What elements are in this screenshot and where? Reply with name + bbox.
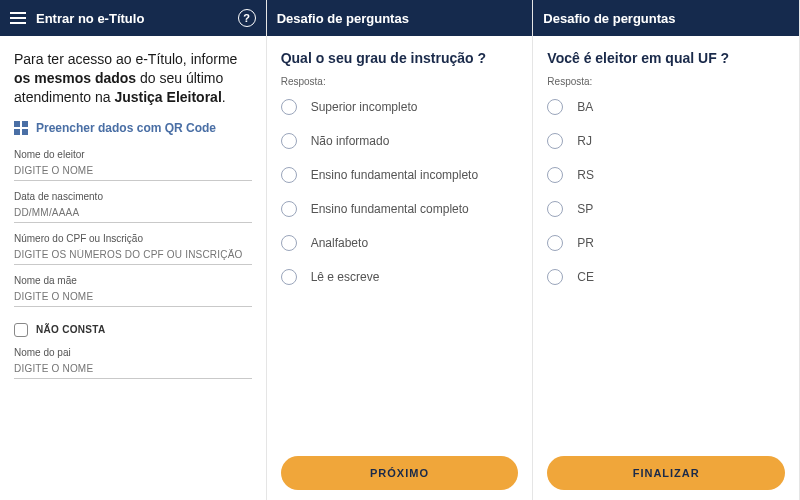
- radio-icon[interactable]: [547, 167, 563, 183]
- radio-icon[interactable]: [547, 269, 563, 285]
- option-item[interactable]: PR: [547, 235, 785, 251]
- radio-icon[interactable]: [547, 235, 563, 251]
- option-item[interactable]: Ensino fundamental completo: [281, 201, 519, 217]
- pane-question-uf: Desafio de perguntas Você é eleitor em q…: [533, 0, 800, 500]
- help-icon[interactable]: ?: [238, 9, 256, 27]
- checkbox-nao-consta-row[interactable]: NÃO CONSTA: [14, 323, 252, 337]
- radio-icon[interactable]: [547, 99, 563, 115]
- topbar-q2-title: Desafio de perguntas: [543, 11, 789, 26]
- qr-code-link[interactable]: Preencher dados com QR Code: [14, 121, 252, 135]
- checkbox-nao-consta-label: NÃO CONSTA: [36, 324, 105, 335]
- option-item[interactable]: BA: [547, 99, 785, 115]
- field-cpf: Número do CPF ou Inscrição: [14, 233, 252, 265]
- q2-question: Você é eleitor em qual UF ?: [547, 50, 785, 66]
- option-label: RS: [577, 168, 594, 182]
- topbar-login: Entrar no e-Título ?: [0, 0, 266, 36]
- q1-content: Qual o seu grau de instrução ? Resposta:…: [267, 36, 533, 500]
- radio-icon[interactable]: [281, 167, 297, 183]
- topbar-q2: Desafio de perguntas: [533, 0, 799, 36]
- input-mae[interactable]: [14, 288, 252, 307]
- input-pai[interactable]: [14, 360, 252, 379]
- option-item[interactable]: SP: [547, 201, 785, 217]
- radio-icon[interactable]: [281, 201, 297, 217]
- option-item[interactable]: Não informado: [281, 133, 519, 149]
- option-label: BA: [577, 100, 593, 114]
- radio-icon[interactable]: [281, 133, 297, 149]
- option-label: Analfabeto: [311, 236, 368, 250]
- q1-options: Superior incompletoNão informadoEnsino f…: [281, 99, 519, 444]
- pane-question-instrucao: Desafio de perguntas Qual o seu grau de …: [267, 0, 534, 500]
- option-label: Ensino fundamental completo: [311, 202, 469, 216]
- q2-content: Você é eleitor em qual UF ? Resposta: BA…: [533, 36, 799, 500]
- label-cpf: Número do CPF ou Inscrição: [14, 233, 252, 244]
- input-nascimento[interactable]: [14, 204, 252, 223]
- input-cpf[interactable]: [14, 246, 252, 265]
- login-content: Para ter acesso ao e-Título, informe os …: [0, 36, 266, 500]
- login-instruction: Para ter acesso ao e-Título, informe os …: [14, 50, 252, 107]
- option-item[interactable]: Superior incompleto: [281, 99, 519, 115]
- radio-icon[interactable]: [547, 201, 563, 217]
- qr-link-label: Preencher dados com QR Code: [36, 121, 216, 135]
- option-item[interactable]: Analfabeto: [281, 235, 519, 251]
- q1-resposta-label: Resposta:: [281, 76, 519, 87]
- topbar-title: Entrar no e-Título: [36, 11, 228, 26]
- radio-icon[interactable]: [281, 99, 297, 115]
- finalizar-button[interactable]: FINALIZAR: [547, 456, 785, 490]
- q2-options: BARJRSSPPRCE: [547, 99, 785, 444]
- field-pai: Nome do pai: [14, 347, 252, 379]
- radio-icon[interactable]: [281, 269, 297, 285]
- option-label: Lê e escreve: [311, 270, 380, 284]
- option-label: Não informado: [311, 134, 390, 148]
- option-label: CE: [577, 270, 594, 284]
- label-mae: Nome da mãe: [14, 275, 252, 286]
- option-label: SP: [577, 202, 593, 216]
- field-nascimento: Data de nascimento: [14, 191, 252, 223]
- menu-icon[interactable]: [10, 12, 26, 24]
- option-item[interactable]: Lê e escreve: [281, 269, 519, 285]
- field-nome: Nome do eleitor: [14, 149, 252, 181]
- proximo-button[interactable]: PRÓXIMO: [281, 456, 519, 490]
- checkbox-nao-consta[interactable]: [14, 323, 28, 337]
- field-mae: Nome da mãe: [14, 275, 252, 307]
- option-item[interactable]: RS: [547, 167, 785, 183]
- topbar-q1: Desafio de perguntas: [267, 0, 533, 36]
- radio-icon[interactable]: [547, 133, 563, 149]
- q1-question: Qual o seu grau de instrução ?: [281, 50, 519, 66]
- option-item[interactable]: CE: [547, 269, 785, 285]
- option-label: PR: [577, 236, 594, 250]
- label-nascimento: Data de nascimento: [14, 191, 252, 202]
- option-item[interactable]: RJ: [547, 133, 785, 149]
- input-nome[interactable]: [14, 162, 252, 181]
- q2-resposta-label: Resposta:: [547, 76, 785, 87]
- radio-icon[interactable]: [281, 235, 297, 251]
- qr-icon: [14, 121, 28, 135]
- option-label: Superior incompleto: [311, 100, 418, 114]
- option-label: Ensino fundamental incompleto: [311, 168, 478, 182]
- label-nome: Nome do eleitor: [14, 149, 252, 160]
- option-label: RJ: [577, 134, 592, 148]
- topbar-q1-title: Desafio de perguntas: [277, 11, 523, 26]
- option-item[interactable]: Ensino fundamental incompleto: [281, 167, 519, 183]
- label-pai: Nome do pai: [14, 347, 252, 358]
- pane-login: Entrar no e-Título ? Para ter acesso ao …: [0, 0, 267, 500]
